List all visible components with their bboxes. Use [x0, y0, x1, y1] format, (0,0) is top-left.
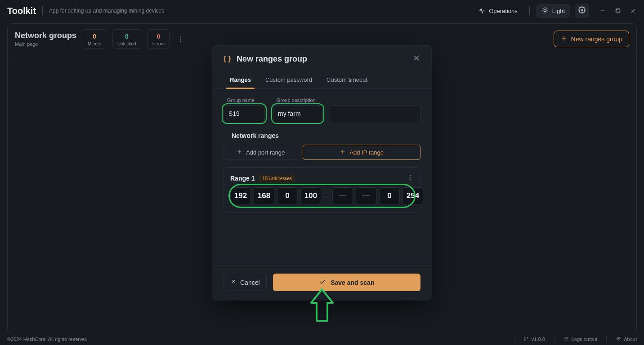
theme-toggle-button[interactable]: Light	[536, 4, 570, 18]
svg-point-0	[544, 9, 546, 11]
svg-point-38	[564, 339, 564, 339]
stat-errors: 0 Errors	[148, 29, 170, 49]
group-description-input-ext[interactable]	[331, 105, 420, 122]
svg-point-37	[564, 337, 564, 338]
svg-point-17	[180, 40, 181, 41]
svg-line-6	[546, 12, 547, 12]
window-close-button[interactable]	[630, 7, 637, 14]
group-name-field: Group name	[224, 105, 265, 122]
plus-icon	[340, 149, 346, 156]
network-ranges-heading: Network ranges	[232, 132, 420, 139]
sparkle-icon	[616, 336, 621, 342]
ip-range-row: –	[230, 187, 414, 204]
pulse-icon	[478, 7, 485, 14]
add-ip-range-button[interactable]: Add IP range	[303, 145, 420, 160]
breadcrumb: Main page	[15, 41, 76, 47]
gear-icon	[578, 6, 586, 15]
app-tagline: App for setting up and managing mining d…	[49, 8, 164, 14]
page-title-block: Network groups Main page	[15, 31, 76, 47]
page-title: Network groups	[15, 31, 76, 40]
svg-point-27	[410, 177, 411, 178]
svg-rect-11	[617, 9, 620, 12]
sun-icon	[541, 7, 549, 15]
svg-point-28	[410, 179, 411, 180]
group-name-input[interactable]	[224, 105, 265, 122]
range-menu-button[interactable]	[407, 174, 414, 183]
ip-start-octet-2[interactable]	[254, 187, 274, 204]
svg-line-7	[543, 12, 543, 12]
ip-start-octet-1[interactable]	[230, 187, 251, 204]
ip-end-octet-3[interactable]	[379, 187, 400, 204]
plus-icon	[560, 35, 568, 43]
about-button[interactable]: About	[606, 336, 637, 342]
plus-icon	[236, 149, 242, 156]
stat-label: Errors	[152, 41, 165, 46]
app-brand: Toolkit	[7, 6, 36, 16]
window-minimize-button[interactable]	[599, 7, 606, 14]
operations-button[interactable]: Operations	[473, 4, 523, 17]
theme-label: Light	[552, 8, 565, 14]
dialog-header: { } New ranges group	[213, 46, 431, 72]
stat-value: 0	[93, 33, 96, 40]
svg-point-26	[410, 175, 411, 176]
range-card: Range 1 155 addresses –	[224, 167, 420, 213]
svg-point-9	[581, 9, 583, 11]
operations-label: Operations	[489, 8, 518, 14]
check-icon	[319, 278, 326, 287]
status-bar: ©2024 HashCore. All rights reserved v1.0…	[7, 336, 637, 342]
button-label: Add port range	[246, 149, 285, 156]
new-ranges-group-button[interactable]: New ranges group	[554, 31, 629, 47]
braces-icon: { }	[224, 55, 231, 63]
group-description-field: Group description	[273, 105, 322, 122]
divider	[42, 6, 43, 15]
group-description-extension	[331, 105, 420, 122]
svg-line-8	[546, 8, 547, 9]
stat-value: 0	[157, 33, 160, 40]
branch-icon	[523, 336, 529, 342]
group-description-input[interactable]	[273, 105, 322, 122]
dialog-close-button[interactable]	[412, 54, 420, 64]
window-maximize-button[interactable]	[614, 7, 622, 14]
logs-output-button[interactable]: Logs output	[554, 336, 598, 342]
button-label: Save and scan	[331, 279, 374, 286]
titlebar: Toolkit App for setting up and managing …	[0, 0, 644, 22]
ip-end-octet-1[interactable]	[332, 187, 353, 204]
ip-start-octet-4[interactable]	[300, 187, 321, 204]
button-label: Add IP range	[349, 149, 384, 156]
range-dash: –	[324, 192, 330, 200]
tab-custom-timeout[interactable]: Custom timeout	[325, 72, 369, 88]
range-name: Range 1	[230, 175, 255, 182]
save-and-scan-button[interactable]: Save and scan	[273, 274, 420, 291]
divider	[529, 6, 530, 15]
field-label: Group description	[277, 97, 316, 103]
addresses-count-chip: 155 addresses	[259, 175, 295, 182]
ip-end-octet-4[interactable]	[402, 187, 423, 204]
add-port-range-button[interactable]: Add port range	[224, 145, 297, 160]
tab-ranges[interactable]: Ranges	[228, 72, 253, 88]
svg-rect-12	[616, 9, 619, 13]
stat-value: 0	[125, 33, 129, 40]
cancel-button[interactable]: Cancel	[224, 274, 267, 291]
ip-end-octet-2[interactable]	[356, 187, 376, 204]
stat-label: Miners	[88, 41, 101, 46]
stat-label: Unlocked	[117, 41, 136, 46]
version-label: v1.0.0	[514, 336, 545, 342]
close-icon	[230, 279, 237, 286]
tab-custom-password[interactable]: Custom password	[264, 72, 314, 88]
page-menu-button[interactable]	[174, 33, 187, 45]
svg-point-16	[180, 38, 181, 39]
settings-button[interactable]	[575, 4, 589, 18]
dialog-footer: Cancel Save and scan	[213, 265, 431, 300]
window-controls	[599, 7, 637, 14]
dialog-title: New ranges group	[237, 54, 307, 64]
dialog-tabs: Ranges Custom password Custom timeout	[213, 72, 431, 89]
dialog-body: Group name Group description Network ran…	[213, 89, 431, 216]
svg-line-5	[543, 8, 543, 9]
field-label: Group name	[227, 97, 255, 103]
svg-point-15	[180, 36, 181, 37]
svg-point-39	[564, 340, 564, 341]
ip-start-octet-3[interactable]	[277, 187, 298, 204]
list-icon	[564, 336, 569, 342]
copyright: ©2024 HashCore. All rights reserved	[7, 336, 88, 342]
new-ranges-group-dialog: { } New ranges group Ranges Custom passw…	[213, 46, 431, 300]
